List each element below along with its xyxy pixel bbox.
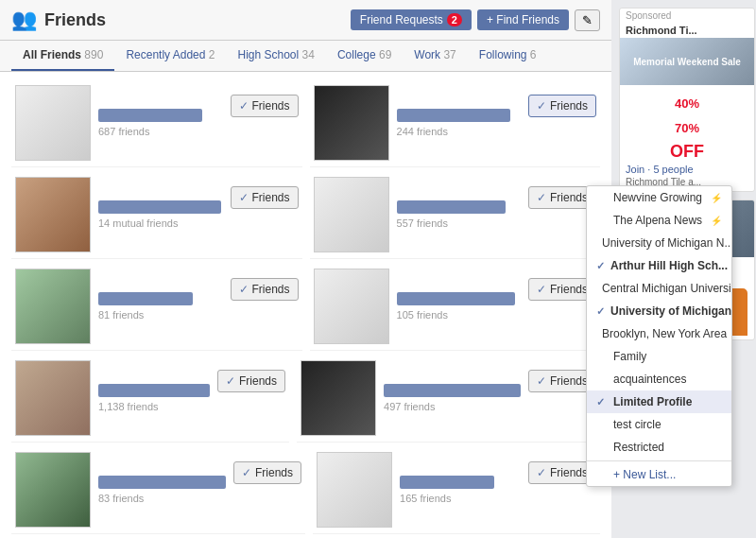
- tab-college-count: 69: [379, 48, 391, 61]
- settings-button[interactable]: ✎: [575, 9, 600, 31]
- friends-row: 81 friends ✓ Friends 105 friends: [11, 263, 600, 351]
- friend-name-bar: [98, 292, 193, 305]
- friend-card: 1,138 friends ✓ Friends: [11, 355, 289, 443]
- friend-name-bar: [400, 476, 494, 489]
- ad-join[interactable]: Join · 5 people: [620, 162, 754, 177]
- dropdown-item-alpena[interactable]: The Alpena News ⚡: [587, 209, 731, 232]
- dropdown-item-label: University of Michigan N...: [602, 236, 731, 250]
- dropdown-item-umich-n[interactable]: University of Michigan N... ⚡: [587, 232, 731, 254]
- friend-name-bar: [397, 200, 506, 214]
- sale-line2: 70%: [675, 121, 699, 135]
- friends-btn-label: Friends: [252, 283, 290, 296]
- dropdown-item-arthur-hill[interactable]: ✓ Arthur Hill High Sch... ⚡: [587, 254, 731, 277]
- friend-requests-label: Friend Requests: [360, 13, 443, 26]
- friend-card: 497 friends ✓ Friends: [297, 355, 600, 443]
- friend-info: 165 friends: [400, 476, 521, 504]
- avatar-photo: [315, 178, 388, 252]
- avatar-photo: [16, 361, 90, 435]
- find-friends-button[interactable]: + Find Friends: [477, 9, 569, 30]
- avatar: [15, 85, 91, 161]
- friends-btn-label: Friends: [239, 374, 277, 388]
- avatar: [314, 85, 389, 161]
- friends-btn-label: Friends: [252, 191, 290, 204]
- avatar-photo: [16, 178, 90, 252]
- avatar-photo: [315, 86, 388, 160]
- checkmark-icon: ✓: [239, 283, 249, 296]
- friends-button[interactable]: ✓ Friends: [231, 278, 299, 301]
- dropdown-item-label: Family: [613, 350, 646, 363]
- friend-count: 557 friends: [397, 217, 522, 229]
- friend-requests-button[interactable]: Friend Requests 2: [351, 9, 472, 30]
- friend-info: 687 friends: [98, 109, 223, 137]
- dropdown-item-newvine[interactable]: Newvine Growing ⚡: [587, 186, 731, 209]
- dropdown-item-limited-profile[interactable]: ✓ Limited Profile: [587, 390, 731, 413]
- checkmark-icon: ✓: [537, 99, 546, 113]
- friends-button[interactable]: ✓ Friends: [233, 461, 301, 484]
- header-left: 👥 Friends: [11, 8, 106, 32]
- friends-btn-label: Friends: [550, 374, 588, 388]
- tab-college[interactable]: College 69: [326, 41, 403, 71]
- friends-row: 14 mutual friends ✓ Friends 557 friends: [11, 171, 600, 259]
- avatar: [15, 452, 91, 528]
- checkmark-icon: ✓: [226, 374, 235, 388]
- tab-following-label: Following: [479, 48, 527, 61]
- avatar: [15, 360, 91, 436]
- friends-button[interactable]: ✓ Friends: [231, 95, 299, 117]
- dropdown-item-acquaintences[interactable]: acquaintences: [587, 368, 731, 390]
- tab-all-friends[interactable]: All Friends 890: [11, 41, 114, 71]
- friends-button[interactable]: ✓ Friends: [231, 186, 299, 209]
- dropdown-item-label: Limited Profile: [613, 395, 692, 408]
- tab-recently-added[interactable]: Recently Added 2: [114, 41, 226, 71]
- friend-info: 557 friends: [397, 200, 522, 229]
- friend-card: 81 friends ✓ Friends: [11, 263, 302, 351]
- friend-info: 497 friends: [384, 384, 521, 412]
- friend-name-bar: [98, 109, 202, 122]
- ad-box-richmond: Sponsored Richmond Ti... Memorial Weeken…: [619, 8, 755, 192]
- tab-work[interactable]: Work 37: [403, 41, 467, 71]
- dropdown-item-family[interactable]: Family: [587, 345, 731, 368]
- friends-btn-label: Friends: [252, 99, 290, 113]
- tab-recently-added-count: 2: [209, 48, 215, 61]
- friend-name-bar: [397, 109, 510, 122]
- avatar-photo: [301, 361, 375, 435]
- avatar-photo: [16, 86, 90, 160]
- friend-name-bar: [98, 476, 226, 489]
- friend-info: 14 mutual friends: [98, 200, 223, 229]
- page-title: Friends: [44, 10, 106, 30]
- avatar: [314, 269, 389, 344]
- checkmark-icon: ✓: [239, 99, 249, 113]
- friends-dropdown-menu: Newvine Growing ⚡ The Alpena News ⚡ Univ…: [586, 185, 732, 487]
- avatar: [317, 452, 392, 528]
- friend-count: 1,138 friends: [98, 401, 210, 412]
- friend-count: 105 friends: [397, 309, 522, 321]
- dropdown-item-u-of-michigan[interactable]: ✓ University of Michigan ⚡: [587, 300, 731, 322]
- checkmark-icon: ✓: [537, 374, 546, 388]
- dropdown-item-central-mich[interactable]: Central Michigan Universi... ⚡: [587, 277, 731, 300]
- dropdown-item-label: The Alpena News: [613, 214, 702, 227]
- lightning-icon: ⚡: [711, 216, 722, 226]
- dropdown-item-restricted[interactable]: Restricted: [587, 436, 731, 459]
- dropdown-divider: [587, 460, 731, 461]
- friend-requests-badge: 2: [447, 13, 462, 26]
- dropdown-item-test-circle[interactable]: test circle: [587, 413, 731, 436]
- tab-following[interactable]: Following 6: [468, 41, 548, 71]
- friends-row: 1,138 friends ✓ Friends 497 friends: [11, 355, 600, 443]
- friend-count: 244 friends: [397, 126, 522, 137]
- sale-line1: 40%: [675, 96, 699, 111]
- page-header: 👥 Friends Friend Requests 2 + Find Frien…: [0, 0, 611, 41]
- dropdown-item-new-list[interactable]: + New List...: [587, 463, 731, 486]
- sponsored-label: Sponsored: [626, 10, 671, 21]
- friend-count: 81 friends: [98, 309, 223, 321]
- friends-btn-label: Friends: [550, 466, 588, 479]
- avatar: [314, 177, 389, 252]
- friend-card: 687 friends ✓ Friends: [11, 79, 302, 167]
- dropdown-item-brooklyn[interactable]: Brooklyn, New York Area: [587, 322, 731, 345]
- tab-high-school[interactable]: High School 34: [226, 41, 325, 71]
- friends-button[interactable]: ✓ Friends: [528, 95, 596, 117]
- friend-name-bar: [384, 384, 521, 397]
- friends-icon: 👥: [11, 8, 37, 32]
- dropdown-item-label: Arthur Hill High Sch...: [610, 259, 728, 272]
- friend-card: 244 friends ✓ Friends: [310, 79, 601, 167]
- ad-title: Richmond Ti...: [620, 23, 754, 38]
- friends-button[interactable]: ✓ Friends: [217, 370, 285, 392]
